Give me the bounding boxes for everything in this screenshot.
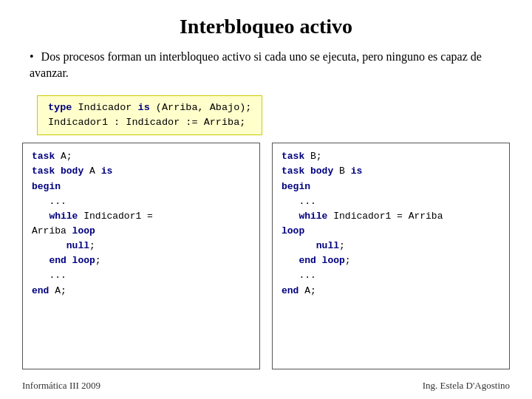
page-title: Interbloqueo activo xyxy=(22,15,510,38)
code-box-left: task A; task body A is begin ... while I… xyxy=(22,143,260,369)
kw-end-loop-b: end loop xyxy=(299,255,344,266)
kw-task-b: task xyxy=(282,151,304,162)
bullet-text: Dos procesos forman un interbloqueo acti… xyxy=(30,50,482,79)
code-boxes-container: task A; task body A is begin ... while I… xyxy=(22,143,510,369)
kw-end-a: end xyxy=(32,285,49,296)
kw-begin-b: begin xyxy=(282,181,310,192)
kw-end-b: end xyxy=(282,285,299,296)
kw-is-b: is xyxy=(351,166,363,177)
bullet-section: • Dos procesos forman un interbloqueo ac… xyxy=(22,49,510,82)
highlight-line1-end: (Arriba, Abajo); xyxy=(150,102,252,113)
kw-null-b: null xyxy=(316,240,339,251)
footer: Informática III 2009 Ing. Estela D'Agost… xyxy=(22,377,510,392)
kw-task-a: task xyxy=(32,151,55,162)
kw-is-a: is xyxy=(101,166,113,177)
footer-left: Informática III 2009 xyxy=(22,380,100,392)
highlight-code-block: type Indicador is (Arriba, Abajo); Indic… xyxy=(37,95,262,136)
highlight-line2: Indicador1 : Indicador := Arriba; xyxy=(48,117,245,128)
kw-is: is xyxy=(138,102,150,113)
code-box-right: task B; task body B is begin ... while I… xyxy=(272,143,510,369)
kw-while-a: while xyxy=(49,211,78,222)
kw-task-body-a: task body xyxy=(32,166,83,177)
kw-type: type xyxy=(48,102,72,113)
kw-begin-a: begin xyxy=(32,181,61,192)
footer-right: Ing. Estela D'Agostino xyxy=(423,380,510,392)
kw-while-b: while xyxy=(299,211,327,222)
kw-loop-a: loop xyxy=(72,225,95,236)
bullet-icon: • xyxy=(30,50,34,63)
kw-end-loop-a: end loop xyxy=(49,255,95,266)
kw-task-body-b: task body xyxy=(282,166,333,177)
highlight-line1-rest: Indicador xyxy=(72,102,137,113)
kw-null-a: null xyxy=(66,240,89,251)
kw-loop-b: loop xyxy=(282,225,304,236)
